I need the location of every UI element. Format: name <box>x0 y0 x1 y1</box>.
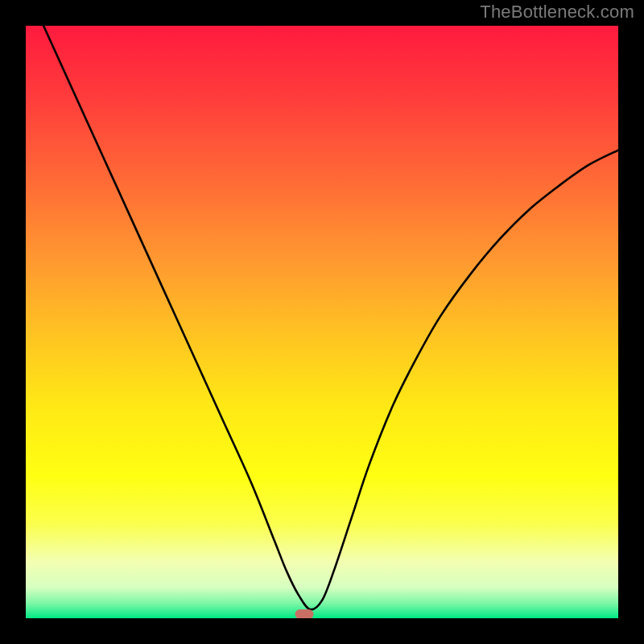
plot-area <box>26 26 618 618</box>
chart-frame: TheBottleneck.com <box>0 0 644 644</box>
watermark-text: TheBottleneck.com <box>480 2 634 23</box>
optimal-point-marker <box>295 609 313 618</box>
bottleneck-curve-path <box>43 26 618 609</box>
gradient-background <box>26 26 618 618</box>
gradient-and-curve <box>26 26 618 618</box>
